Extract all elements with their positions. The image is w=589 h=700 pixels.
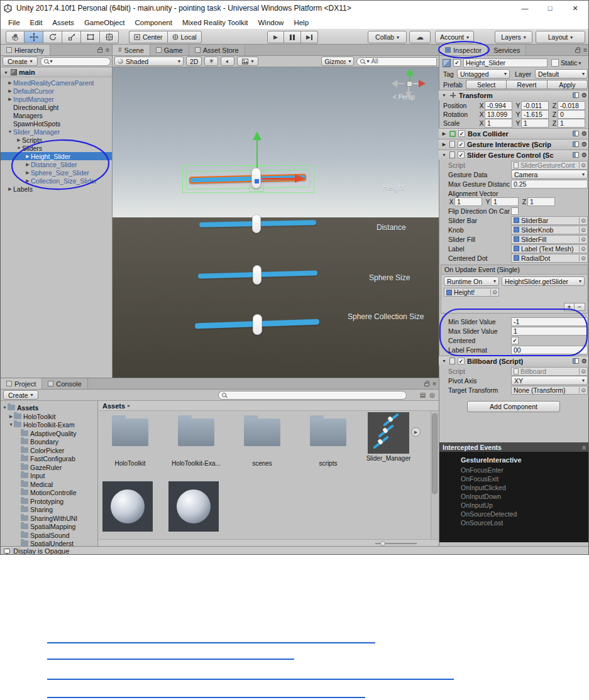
asset-label[interactable]: scripts [298,460,358,467]
tab-project[interactable]: Project [1,378,42,389]
status-text[interactable]: Display is Opaque [13,547,69,555]
hierarchy-item[interactable]: ▶MixedRealityCameraParent [1,79,113,87]
move-gizmo-y-cone[interactable] [253,131,261,140]
persp-toggle[interactable]: < Persp [393,94,415,101]
prefab-expand-badge[interactable]: ▶ [411,427,421,437]
sphere-material-thumbnail[interactable] [168,481,219,532]
alignment-y-field[interactable]: 1 [491,197,519,206]
gear-icon[interactable]: ⚙ [581,92,587,99]
transform-header[interactable]: ▼ Transform ⚙ [439,90,589,100]
position-y-field[interactable]: -0.011 [521,101,549,110]
link-underline[interactable] [47,679,454,680]
scene-viewport[interactable]: < Persp Height Distance Sphere Size Sphe [113,67,439,378]
expand-arrow-icon[interactable]: ▶ [25,154,31,159]
help-icon[interactable] [573,92,579,98]
max-gesture-distance-field[interactable]: 0.25 [511,180,588,189]
minimize-button[interactable]: — [514,2,536,14]
menu-help[interactable]: Help [289,19,314,26]
panel-menu-icon[interactable]: ≡ [582,444,586,451]
component-enabled-checkbox[interactable]: ✓ [458,130,465,137]
expand-icon[interactable]: ▶ [441,131,447,136]
close-button[interactable]: ✕ [564,2,586,14]
position-z-field[interactable]: -0.018 [558,101,585,110]
expand-arrow-icon[interactable]: ▶ [7,187,13,192]
scale-z-field[interactable]: 1 [558,119,585,128]
pivot-center-button[interactable]: Center [129,31,167,43]
active-checkbox[interactable]: ✓ [453,59,461,67]
sphere-size-slider-knob[interactable] [253,265,261,285]
flip-direction-checkbox[interactable] [511,207,519,215]
alignment-z-field[interactable]: 1 [527,197,555,206]
pivot-axis-dropdown[interactable]: XY▾ [511,376,588,385]
layout-button[interactable]: Layout▾ [536,31,585,43]
static-checkbox[interactable] [551,59,559,67]
rotate-tool-button[interactable] [43,31,62,43]
hierarchy-item[interactable]: ▼Slider_Manager [1,128,113,136]
scene-lighting-button[interactable]: ☀ [204,57,218,66]
collapse-icon[interactable]: ▼ [3,70,9,75]
gear-icon[interactable]: ⚙ [581,141,587,148]
2d-toggle-button[interactable]: 2D [186,57,202,66]
static-caret-icon[interactable]: ▾ [578,60,581,66]
link-underline[interactable] [47,642,375,643]
tab-game[interactable]: Game [150,45,189,55]
asset-label[interactable]: HoloToolkit-Exa... [166,460,226,467]
hierarchy-item[interactable]: ▶Distance_Slider [1,160,113,168]
scene-effects-button[interactable]: ▾ [237,57,258,66]
centered-checkbox[interactable]: ✓ [511,337,519,344]
link-underline[interactable] [47,659,294,660]
component-enabled-checkbox[interactable]: ✓ [458,358,465,364]
scrollbar-thumb[interactable] [432,413,438,494]
tree-item[interactable]: SpatialSound [1,531,98,539]
tab-inspector[interactable]: Inspector [439,45,488,55]
move-gizmo-z-dot[interactable] [255,179,259,183]
prefab-revert-button[interactable]: Revert [506,80,546,89]
alignment-x-field[interactable]: 1 [454,197,482,206]
object-picker-icon[interactable]: ⊙ [579,387,587,393]
collapse-arrow-icon[interactable]: ▼ [2,405,8,410]
label-field[interactable]: Label (Text Mesh)⊙ [511,244,588,253]
panel-menu-icon[interactable]: ≡ [106,46,109,53]
breadcrumb-label[interactable]: Assets [102,402,125,410]
hierarchy-item[interactable]: SpawnHotSpots [1,119,113,128]
scene-audio-button[interactable] [221,57,234,66]
prefab-apply-button[interactable]: Apply [547,80,588,89]
box-collider-header[interactable]: ▶ ✓ Box Collider ⚙ [439,128,589,138]
rotation-y-field[interactable]: -1.615 [521,110,549,119]
gizmo-negx-cone[interactable] [392,80,397,87]
folder-thumbnail[interactable] [112,418,148,446]
slider-gesture-control-header[interactable]: ▼ ✓ Slider Gesture Control (Sc ⚙ [439,150,589,160]
expand-arrow-icon[interactable]: ▶ [25,162,31,167]
move-tool-button[interactable] [25,31,43,43]
tree-item[interactable]: Input [1,471,98,479]
event-target-field[interactable]: Height!⊙ [444,288,499,297]
collapse-icon[interactable]: ▼ [441,359,447,363]
menu-mixed-reality-toolkit[interactable]: Mixed Reality Toolkit [177,19,253,26]
billboard-header[interactable]: ▼ ✓ Billboard (Script) ⚙ [439,356,589,366]
expand-arrow-icon[interactable]: ▶ [16,138,22,143]
object-picker-icon[interactable]: ⊙ [579,255,587,261]
hierarchy-item[interactable]: ▶Collection_Size_Slider [1,177,113,185]
gameobject-name-field[interactable]: Height_Slider [463,58,548,67]
step-button[interactable]: ▶ [301,31,318,43]
help-icon[interactable] [573,152,579,158]
knob-field[interactable]: SliderKnob⊙ [511,226,588,234]
search-by-type-icon[interactable]: ◎ [429,391,435,398]
vertical-scrollbar[interactable] [431,411,438,539]
tab-scene[interactable]: #Scene [113,45,150,55]
project-search-input[interactable] [218,391,407,400]
object-picker-icon[interactable]: ⊙ [579,227,587,233]
scene-search-input[interactable]: ▾All [356,57,437,66]
tree-item[interactable]: ColorPicker [1,446,98,454]
pan-tool-button[interactable] [6,31,25,43]
slider-fill-field[interactable]: SliderFill⊙ [511,235,588,244]
tree-item[interactable]: MotionControlle [1,488,98,496]
lock-icon[interactable] [575,49,580,53]
collapse-icon[interactable]: ▼ [441,153,447,157]
panel-menu-icon[interactable]: ≡ [583,46,587,53]
help-icon[interactable] [573,141,579,147]
menu-edit[interactable]: Edit [25,19,48,26]
tree-item[interactable]: Prototyping [1,497,98,505]
pause-button[interactable] [284,31,301,43]
maximize-button[interactable]: □ [539,2,561,14]
